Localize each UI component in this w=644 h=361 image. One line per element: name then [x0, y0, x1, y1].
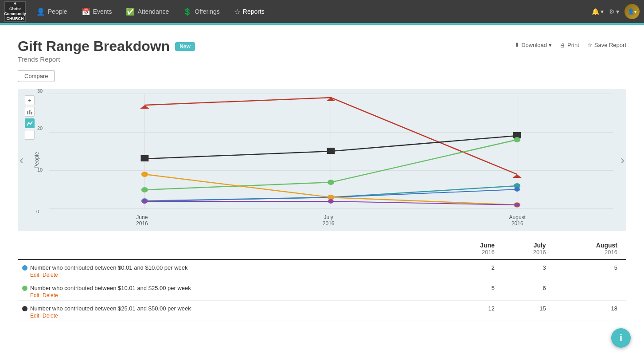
y-tick-0: 0 [36, 209, 39, 214]
gear-icon: ⚙ [609, 8, 615, 15]
table-cell-value-2 [555, 280, 626, 301]
download-icon: ⬇ [515, 42, 519, 48]
table-cell-value-0: 12 [448, 301, 503, 321]
nav-item-reports[interactable]: ☆ Reports [228, 5, 271, 19]
star-icon: ☆ [587, 42, 593, 48]
row-dot [22, 306, 27, 311]
download-label: Download [521, 42, 547, 48]
attendance-icon: ✅ [126, 8, 135, 16]
row-text: Number who contributed between $0.01 and… [30, 264, 188, 271]
row-actions: Edit Delete [30, 313, 191, 319]
table-cell-label: Number who contributed between $0.01 and… [18, 259, 448, 280]
gear-button[interactable]: ⚙ ▾ [609, 8, 619, 15]
svg-point-18 [514, 137, 520, 142]
table-header-row: June 2016 July 2016 August 2016 [18, 238, 626, 259]
avatar-icon: 👤 [628, 8, 634, 15]
page-subtitle: Trends Report [18, 55, 195, 63]
svg-point-28 [142, 199, 148, 204]
row-dot [22, 286, 27, 291]
nav-label-offerings: Offerings [195, 8, 220, 15]
bell-caret: ▾ [601, 8, 604, 15]
nav-label-attendance: Attendance [137, 8, 169, 15]
table-row: Number who contributed between $25.01 an… [18, 301, 626, 321]
row-label: Number who contributed between $10.01 an… [22, 285, 439, 298]
nav-right: 🔔 ▾ ⚙ ▾ 👤 ▾ [592, 4, 640, 19]
avatar-caret: ▾ [634, 9, 636, 14]
table-col-header-july: July 2016 [503, 238, 555, 259]
svg-rect-1 [29, 110, 31, 114]
chart-nav-left[interactable]: ‹ [20, 153, 23, 167]
svg-point-17 [328, 180, 334, 185]
page-actions: ⬇ Download ▾ 🖨 Print ☆ Save Report [515, 42, 626, 48]
row-actions: Edit Delete [30, 272, 188, 278]
chart-svg [49, 94, 613, 209]
events-icon: 📅 [82, 8, 90, 16]
y-tick-10: 10 [37, 167, 43, 173]
nav-item-attendance[interactable]: ✅ Attendance [120, 5, 175, 19]
svg-rect-2 [31, 112, 32, 114]
info-button[interactable]: i [611, 328, 631, 348]
compare-button[interactable]: Compare [18, 70, 55, 82]
edit-link[interactable]: Edit [30, 272, 39, 278]
table-row: Number who contributed between $0.01 and… [18, 259, 626, 280]
edit-link[interactable]: Edit [30, 313, 39, 319]
table-cell-label: Number who contributed between $10.01 an… [18, 280, 448, 301]
nav-items: 👤 People 📅 Events ✅ Attendance 💲 Offerin… [30, 5, 592, 19]
nav-item-events[interactable]: 📅 Events [75, 5, 118, 19]
nav-item-offerings[interactable]: 💲 Offerings [177, 5, 226, 19]
navigation: ✝ChristCommunityCHURCH 👤 People 📅 Events… [0, 0, 644, 23]
nav-label-reports: Reports [243, 8, 265, 15]
download-button[interactable]: ⬇ Download ▾ [515, 42, 552, 48]
svg-point-29 [328, 199, 334, 204]
svg-rect-0 [27, 111, 28, 114]
bar-chart-button[interactable] [25, 107, 35, 117]
table-col-header-label [18, 238, 448, 259]
chart-inner: People 0 10 20 30 [49, 94, 613, 227]
save-report-button[interactable]: ☆ Save Report [587, 42, 626, 48]
x-labels: June 2016 July 2016 August 2016 [49, 214, 613, 227]
nav-item-people[interactable]: 👤 People [30, 5, 74, 19]
new-badge: New [175, 42, 195, 51]
logo-text: ✝ChristCommunityCHURCH [4, 2, 26, 21]
gear-caret: ▾ [616, 8, 619, 15]
table-cell-value-1: 15 [503, 301, 555, 321]
table-col-header-june: June 2016 [448, 238, 503, 259]
svg-point-24 [514, 187, 520, 192]
table-cell-value-2: 5 [555, 259, 626, 280]
bar-chart-icon [27, 109, 33, 115]
table-row: Number who contributed between $10.01 an… [18, 280, 626, 301]
delete-link[interactable]: Delete [43, 272, 58, 278]
x-label-june: June 2016 [136, 214, 148, 227]
page-title-area: Gift Range Breakdown New Trends Report [18, 38, 195, 63]
svg-marker-10 [140, 105, 149, 109]
row-text: Number who contributed between $25.01 an… [30, 305, 191, 312]
line-chart-button[interactable] [25, 118, 35, 128]
chart-nav-right[interactable]: › [621, 153, 624, 167]
delete-link[interactable]: Delete [43, 292, 58, 298]
data-table: June 2016 July 2016 August 2016 Number w… [18, 238, 626, 321]
svg-point-30 [514, 203, 520, 207]
svg-rect-14 [327, 148, 335, 154]
zoom-in-button[interactable]: + [25, 95, 35, 105]
x-label-august: August 2016 [509, 214, 526, 227]
row-dot [22, 265, 27, 271]
row-text: Number who contributed between $10.01 an… [30, 285, 191, 291]
delete-link[interactable]: Delete [43, 313, 58, 319]
svg-point-16 [141, 187, 148, 192]
nav-label-people: People [48, 8, 67, 15]
bell-icon: 🔔 [592, 8, 599, 15]
zoom-out-button[interactable]: − [25, 130, 35, 140]
chart-container: ‹ › + − People 0 [18, 89, 626, 231]
app-logo[interactable]: ✝ChristCommunityCHURCH [4, 1, 26, 22]
edit-link[interactable]: Edit [30, 292, 39, 298]
svg-rect-13 [141, 155, 148, 161]
table-cell-value-2: 18 [555, 301, 626, 321]
chart-controls: + − [25, 95, 35, 140]
table-cell-value-1: 6 [503, 280, 555, 301]
user-avatar[interactable]: 👤 ▾ [624, 4, 640, 19]
save-label: Save Report [594, 42, 626, 48]
svg-marker-12 [512, 174, 521, 178]
row-label: Number who contributed between $0.01 and… [22, 264, 439, 278]
print-button[interactable]: 🖨 Print [560, 42, 579, 48]
bell-button[interactable]: 🔔 ▾ [592, 8, 604, 15]
